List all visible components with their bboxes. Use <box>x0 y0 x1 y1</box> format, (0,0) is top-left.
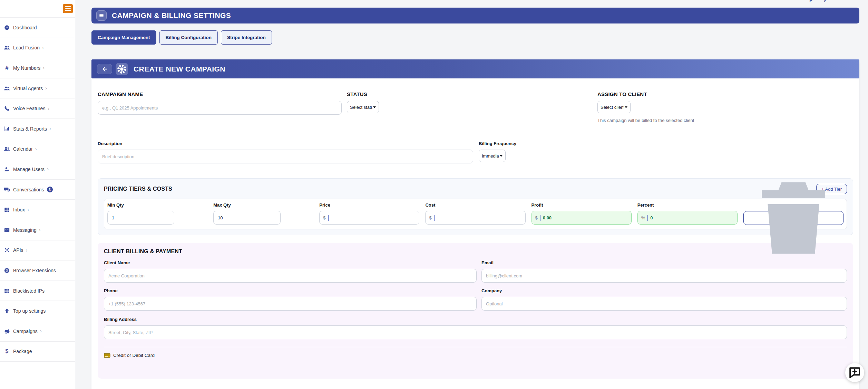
sidebar-item-lead-fusion[interactable]: Lead Fusion › <box>0 38 75 58</box>
sidebar-item-virtual-agents[interactable]: Virtual Agents › <box>0 78 75 99</box>
sidebar-item-label: Lead Fusion <box>13 45 40 50</box>
email-input[interactable] <box>481 269 847 283</box>
feedback-chat-button[interactable] <box>845 363 864 382</box>
hashtag-icon: # <box>4 65 10 71</box>
tab-campaign-management[interactable]: Campaign Management <box>91 30 156 45</box>
sidebar-item-voice-features[interactable]: Voice Features › <box>0 98 75 119</box>
email-label: Email <box>481 260 847 265</box>
back-button[interactable] <box>97 64 112 74</box>
status-select[interactable]: Select status <box>347 101 379 113</box>
sidebar-item-label: Calendar <box>13 146 33 152</box>
description-field-group: Description <box>98 141 473 163</box>
sidebar-item-label: Campaigns <box>13 329 38 334</box>
users-icon <box>4 45 10 51</box>
campaign-name-input[interactable] <box>98 101 342 115</box>
sidebar-item-stats-reports[interactable]: Stats & Reports › <box>0 119 75 139</box>
max-qty-label: Max Qty <box>213 202 313 208</box>
billing-frequency-field-group: Billing Frequency Immediate <box>479 141 853 163</box>
chevron-right-icon: › <box>47 166 49 171</box>
delete-tier-button[interactable] <box>743 211 843 225</box>
phone-input[interactable] <box>104 297 477 311</box>
sidebar-item-calendar[interactable]: Calendar › <box>0 139 75 160</box>
chevron-right-icon: › <box>26 247 28 253</box>
pricing-tiers-section: PRICING TIERS & COSTS + Add Tier Min Qty… <box>98 178 853 235</box>
billing-address-input[interactable] <box>104 325 847 339</box>
sidebar-item-label: My Numbers <box>13 65 40 71</box>
company-label: Company <box>481 288 847 293</box>
assign-client-select[interactable]: Select client <box>597 101 631 113</box>
sidebar-item-inbox[interactable]: Inbox › <box>0 200 75 220</box>
clipped-top-text: p y <box>809 0 837 3</box>
sidebar-item-label: Blacklisted IPs <box>13 288 45 294</box>
price-column: Price $ <box>319 202 419 225</box>
sidebar-item-apis[interactable]: APIs › <box>0 240 75 261</box>
sidebar-item-dashboard[interactable]: Dashboard <box>0 18 75 38</box>
cost-label: Cost <box>425 202 525 208</box>
bullhorn-icon <box>4 328 10 334</box>
client-name-input[interactable] <box>104 269 477 283</box>
sidebar-item-label: Inbox <box>13 207 25 212</box>
cost-column: Cost $ <box>425 202 525 225</box>
percent-column: Percent % <box>637 202 738 225</box>
sidebar-item-blacklisted-ips[interactable]: Blacklisted IPs <box>0 281 75 301</box>
status-field-group: STATUS Select status <box>347 91 592 123</box>
company-input[interactable] <box>481 297 847 311</box>
sidebar-item-manage-users[interactable]: Manage Users › <box>0 159 75 180</box>
chevron-right-icon: › <box>49 126 51 131</box>
sidebar-item-browser-extensions[interactable]: Browser Extensions <box>0 260 75 281</box>
section-divider <box>104 347 847 347</box>
sidebar-item-label: Virtual Agents <box>13 86 43 91</box>
trash-icon <box>746 170 841 266</box>
sidebar-item-campaigns[interactable]: Campaigns › <box>0 321 75 342</box>
campaign-name-label: CAMPAIGN NAME <box>98 91 342 97</box>
percent-label: Percent <box>637 202 738 208</box>
sidebar-item-package[interactable]: $ Package <box>0 342 75 362</box>
cost-input[interactable] <box>437 215 522 220</box>
chevron-right-icon: › <box>45 85 47 91</box>
sidebar-item-top-up-settings[interactable]: Top up settings <box>0 301 75 321</box>
assign-client-field-group: ASSIGN TO CLIENT Select client This camp… <box>597 91 853 123</box>
list-icon <box>98 12 105 19</box>
campaign-form: CAMPAIGN NAME STATUS Select status ASSIG… <box>91 91 859 379</box>
description-input[interactable] <box>98 150 473 163</box>
users-icon <box>4 146 10 152</box>
sidebar-item-label: Messaging <box>13 227 37 233</box>
max-qty-input[interactable] <box>213 211 280 225</box>
sidebar-item-label: Voice Features <box>13 106 45 111</box>
sidebar-item-label: Top up settings <box>13 308 46 314</box>
hamburger-menu-button[interactable] <box>63 4 73 13</box>
tab-stripe-integration[interactable]: Stripe Integration <box>221 30 272 45</box>
sidebar-item-label: Conversations <box>13 187 44 192</box>
chevron-right-icon: › <box>48 106 49 111</box>
arrow-up-icon <box>4 308 10 314</box>
price-input[interactable] <box>331 215 416 220</box>
gauge-icon <box>4 25 10 31</box>
page-header: CAMPAIGN & BILLING SETTINGS <box>91 8 859 23</box>
sidebar-item-my-numbers[interactable]: # My Numbers › <box>0 58 75 78</box>
list-menu-button[interactable] <box>96 10 107 21</box>
sidebar-top <box>0 0 75 18</box>
chat-plus-icon <box>847 365 862 380</box>
percent-input[interactable] <box>650 215 734 220</box>
chevron-right-icon: › <box>43 65 45 70</box>
text-cursor <box>328 215 329 221</box>
assign-client-helper-text: This campaign will be billed to the sele… <box>597 118 853 123</box>
sidebar-item-conversations[interactable]: Conversations 3 <box>0 180 75 200</box>
credit-card-icon <box>104 353 110 358</box>
profit-input[interactable] <box>543 215 628 220</box>
status-label: STATUS <box>347 91 592 97</box>
price-label: Price <box>319 202 419 208</box>
text-cursor <box>647 215 648 221</box>
main-content: p y CAMPAIGN & BILLING SETTINGS Campaign… <box>75 0 868 389</box>
arrow-left-icon <box>101 65 108 73</box>
client-name-field-group: Client Name <box>104 260 477 283</box>
sidebar-item-messaging[interactable]: Messaging › <box>0 220 75 240</box>
min-qty-input[interactable] <box>107 211 174 225</box>
tab-billing-configuration[interactable]: Billing Configuration <box>159 30 218 45</box>
billing-frequency-select[interactable]: Immediate <box>479 150 506 162</box>
dollar-prefix: $ <box>323 215 325 220</box>
chevron-right-icon: › <box>42 45 44 50</box>
assign-client-label: ASSIGN TO CLIENT <box>597 91 853 97</box>
campaign-card: CREATE NEW CAMPAIGN CAMPAIGN NAME STATUS… <box>91 59 859 389</box>
pricing-section-title: PRICING TIERS & COSTS <box>104 186 172 192</box>
